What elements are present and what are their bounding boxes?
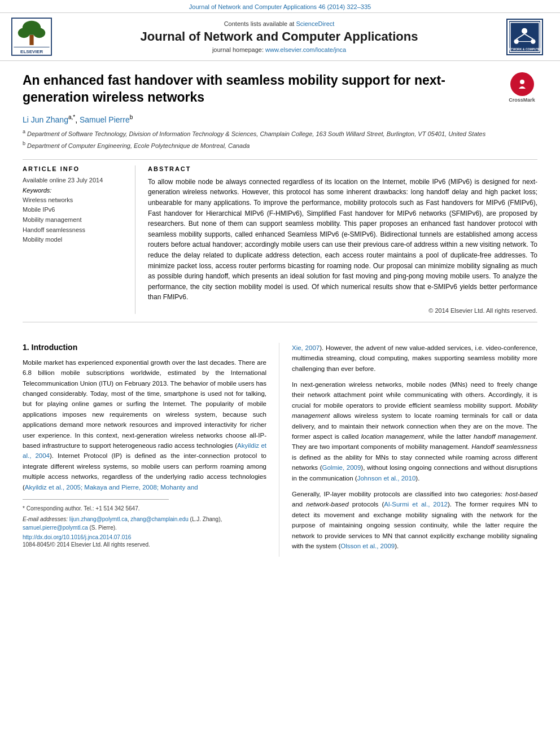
elsevier-logo-icon: ELSEVIER [11, 18, 52, 56]
svg-point-18 [520, 80, 524, 84]
intro-paragraph-right-1: Xie, 2007). However, the advent of new v… [292, 343, 537, 374]
email-1-note: (L.J. Zhang), [190, 516, 222, 522]
crossmark-icon [510, 72, 534, 96]
journal-reference: Journal of Network and Computer Applicat… [0, 0, 560, 12]
svg-point-3 [18, 28, 30, 38]
crossmark-badge[interactable]: CrossMark [506, 72, 537, 104]
homepage-link[interactable]: www.elsevier.com/locate/jnca [265, 46, 346, 53]
issn-line: 1084-8045/© 2014 Elsevier Ltd. All right… [23, 541, 266, 548]
ref-akyildiz-2004[interactable]: Akyildiz et al., 2004 [23, 442, 266, 459]
author-2-sup: b [130, 114, 133, 120]
email-3-link[interactable]: samuel.pierre@polymtl.ca [23, 525, 88, 531]
article-title-text: An enhanced fast handover with seamless … [23, 73, 445, 104]
right-column: Xie, 2007). However, the advent of new v… [279, 343, 537, 557]
journal-header: ELSEVIER Contents lists available at Sci… [0, 12, 560, 61]
ref-akyildiz-2005[interactable]: Akyildiz et al., 2005; Makaya and Pierre… [25, 484, 198, 491]
svg-point-4 [33, 28, 46, 38]
author-2-link[interactable]: Samuel Pierre [80, 115, 130, 124]
homepage-line: journal homepage: www.elsevier.com/locat… [52, 46, 506, 53]
email-2-link[interactable]: zhang@champlain.edu [130, 516, 188, 522]
author-1-link[interactable]: Li Jun Zhang [23, 115, 68, 124]
keyword-5: Mobility model [23, 235, 124, 245]
article-info-heading: ARTICLE INFO [23, 165, 124, 172]
article-info-column: ARTICLE INFO Available online 23 July 20… [23, 165, 135, 314]
contents-line: Contents lists available at ScienceDirec… [52, 20, 506, 27]
keyword-2: Mobile IPv6 [23, 205, 124, 215]
ref-al-surmi-2012[interactable]: Al-Surmi et al., 2012 [384, 501, 448, 508]
svg-text:ELSEVIER: ELSEVIER [20, 49, 43, 54]
ref-golmie-2009[interactable]: Golmie, 2009 [322, 464, 361, 471]
abstract-text: To allow mobile node be always connected… [148, 177, 537, 303]
footnote-divider [23, 499, 169, 500]
doi-line: http://dx.doi.org/10.1016/j.jnca.2014.07… [23, 534, 266, 540]
intro-paragraph-1: Mobile market has experienced exponentia… [23, 357, 266, 492]
main-content: 1. Introduction Mobile market has experi… [0, 343, 560, 557]
keyword-1: Wireless networks [23, 195, 124, 206]
keyword-3: Mobility management [23, 215, 124, 225]
ref-johnson-2010[interactable]: Johnson et al., 2010 [357, 475, 416, 482]
ref-olsson-2009[interactable]: Olsson et al., 2009 [340, 543, 395, 549]
journal-logo-icon: NETWORK & COMPUTER [509, 19, 540, 55]
available-online: Available online 23 July 2014 [23, 177, 124, 184]
crossmark-label: CrossMark [506, 97, 537, 104]
svg-point-12 [531, 39, 535, 43]
journal-ref-link[interactable]: Journal of Network and Computer Applicat… [189, 3, 371, 10]
email-1-link[interactable]: lijun.zhang@polymtl.ca [69, 516, 128, 522]
science-direct-link[interactable]: ScienceDirect [296, 20, 334, 27]
keyword-4: Handoff seamlessness [23, 225, 124, 235]
svg-text:NETWORK & COMPUTER: NETWORK & COMPUTER [509, 47, 540, 50]
journal-logo: NETWORK & COMPUTER [506, 19, 543, 55]
copyright-notice: © 2014 Elsevier Ltd. All rights reserved… [148, 307, 537, 314]
journal-title-block: Contents lists available at ScienceDirec… [52, 20, 506, 53]
article-section: An enhanced fast handover with seamless … [0, 61, 560, 334]
content-divider [23, 322, 537, 322]
journal-title: Journal of Network and Computer Applicat… [52, 29, 506, 44]
affiliation-a: a Department of Software Technology, Div… [23, 128, 537, 138]
abstract-heading: ABSTRACT [148, 165, 537, 172]
left-column: 1. Introduction Mobile market has experi… [23, 343, 279, 557]
svg-point-11 [514, 39, 518, 43]
affiliations: a Department of Software Technology, Div… [23, 128, 537, 150]
affiliation-b: b Department of Computer Engineering, Ec… [23, 140, 537, 150]
svg-point-10 [522, 28, 527, 33]
doi-link[interactable]: http://dx.doi.org/10.1016/j.jnca.2014.07… [23, 534, 131, 540]
footnote-corresponding: * Corresponding author. Tel.: +1 514 342… [23, 504, 266, 513]
footnote-email: E-mail addresses: lijun.zhang@polymtl.ca… [23, 515, 266, 532]
intro-paragraph-right-3: Generally, IP-layer mobility protocols a… [292, 489, 537, 551]
ref-xie-2007[interactable]: Xie, 2007 [292, 344, 320, 351]
author-1-sup: a,* [68, 114, 75, 120]
elsevier-logo: ELSEVIER [11, 18, 52, 56]
section-1-title: 1. Introduction [23, 343, 266, 352]
authors-line: Li Jun Zhanga,*, Samuel Pierreb [23, 114, 537, 124]
intro-paragraph-right-2: In next-generation wireless networks, mo… [292, 379, 537, 483]
keywords-label: Keywords: [23, 187, 124, 194]
article-meta-row: ARTICLE INFO Available online 23 July 20… [23, 165, 537, 314]
abstract-column: ABSTRACT To allow mobile node be always … [135, 165, 537, 314]
svg-rect-5 [29, 35, 33, 45]
article-title-container: An enhanced fast handover with seamless … [23, 72, 537, 106]
section-divider [23, 159, 537, 160]
